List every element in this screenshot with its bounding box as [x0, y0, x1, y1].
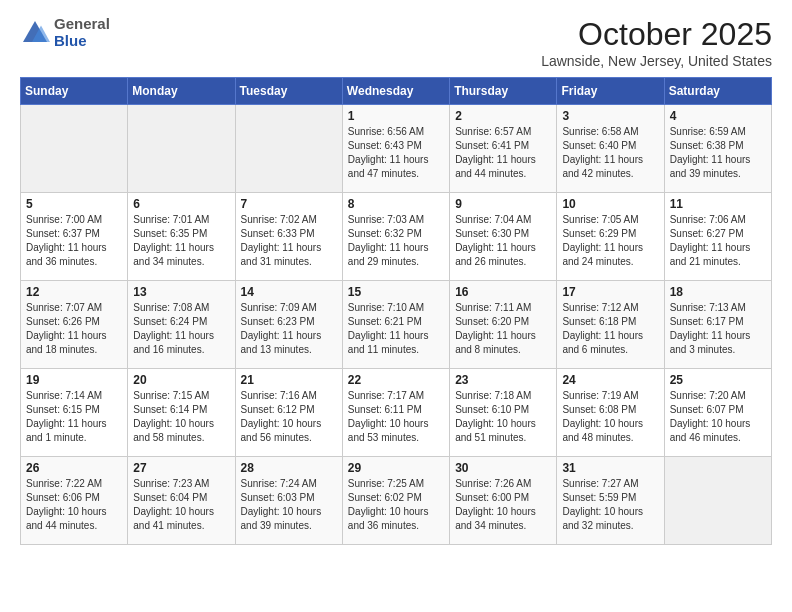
day-number: 22 — [348, 373, 444, 387]
day-number: 5 — [26, 197, 122, 211]
calendar-cell: 2Sunrise: 6:57 AM Sunset: 6:41 PM Daylig… — [450, 105, 557, 193]
calendar-cell: 28Sunrise: 7:24 AM Sunset: 6:03 PM Dayli… — [235, 457, 342, 545]
weekday-header-thursday: Thursday — [450, 78, 557, 105]
day-info: Sunrise: 7:08 AM Sunset: 6:24 PM Dayligh… — [133, 301, 229, 357]
day-info: Sunrise: 7:04 AM Sunset: 6:30 PM Dayligh… — [455, 213, 551, 269]
day-info: Sunrise: 7:01 AM Sunset: 6:35 PM Dayligh… — [133, 213, 229, 269]
day-number: 9 — [455, 197, 551, 211]
logo-text: General Blue — [54, 16, 110, 49]
calendar-cell: 10Sunrise: 7:05 AM Sunset: 6:29 PM Dayli… — [557, 193, 664, 281]
day-number: 6 — [133, 197, 229, 211]
week-row-1: 1Sunrise: 6:56 AM Sunset: 6:43 PM Daylig… — [21, 105, 772, 193]
calendar-cell: 23Sunrise: 7:18 AM Sunset: 6:10 PM Dayli… — [450, 369, 557, 457]
calendar-cell: 5Sunrise: 7:00 AM Sunset: 6:37 PM Daylig… — [21, 193, 128, 281]
calendar-cell: 1Sunrise: 6:56 AM Sunset: 6:43 PM Daylig… — [342, 105, 449, 193]
day-number: 7 — [241, 197, 337, 211]
calendar-cell: 21Sunrise: 7:16 AM Sunset: 6:12 PM Dayli… — [235, 369, 342, 457]
day-number: 11 — [670, 197, 766, 211]
day-number: 3 — [562, 109, 658, 123]
weekday-header-monday: Monday — [128, 78, 235, 105]
day-number: 15 — [348, 285, 444, 299]
logo-general: General — [54, 16, 110, 33]
calendar-cell: 3Sunrise: 6:58 AM Sunset: 6:40 PM Daylig… — [557, 105, 664, 193]
title-block: October 2025 Lawnside, New Jersey, Unite… — [541, 16, 772, 69]
logo-blue: Blue — [54, 33, 110, 50]
weekday-header-row: SundayMondayTuesdayWednesdayThursdayFrid… — [21, 78, 772, 105]
calendar-cell — [664, 457, 771, 545]
day-number: 1 — [348, 109, 444, 123]
week-row-5: 26Sunrise: 7:22 AM Sunset: 6:06 PM Dayli… — [21, 457, 772, 545]
day-number: 17 — [562, 285, 658, 299]
day-info: Sunrise: 7:17 AM Sunset: 6:11 PM Dayligh… — [348, 389, 444, 445]
calendar-cell: 14Sunrise: 7:09 AM Sunset: 6:23 PM Dayli… — [235, 281, 342, 369]
day-info: Sunrise: 6:57 AM Sunset: 6:41 PM Dayligh… — [455, 125, 551, 181]
day-number: 24 — [562, 373, 658, 387]
calendar-cell: 13Sunrise: 7:08 AM Sunset: 6:24 PM Dayli… — [128, 281, 235, 369]
day-info: Sunrise: 7:15 AM Sunset: 6:14 PM Dayligh… — [133, 389, 229, 445]
day-info: Sunrise: 7:09 AM Sunset: 6:23 PM Dayligh… — [241, 301, 337, 357]
week-row-3: 12Sunrise: 7:07 AM Sunset: 6:26 PM Dayli… — [21, 281, 772, 369]
day-number: 21 — [241, 373, 337, 387]
day-info: Sunrise: 6:56 AM Sunset: 6:43 PM Dayligh… — [348, 125, 444, 181]
calendar-cell: 24Sunrise: 7:19 AM Sunset: 6:08 PM Dayli… — [557, 369, 664, 457]
calendar-cell — [128, 105, 235, 193]
day-info: Sunrise: 7:14 AM Sunset: 6:15 PM Dayligh… — [26, 389, 122, 445]
day-info: Sunrise: 7:22 AM Sunset: 6:06 PM Dayligh… — [26, 477, 122, 533]
weekday-header-saturday: Saturday — [664, 78, 771, 105]
calendar-cell: 7Sunrise: 7:02 AM Sunset: 6:33 PM Daylig… — [235, 193, 342, 281]
page-header: General Blue October 2025 Lawnside, New … — [20, 16, 772, 69]
day-number: 25 — [670, 373, 766, 387]
day-info: Sunrise: 7:19 AM Sunset: 6:08 PM Dayligh… — [562, 389, 658, 445]
day-info: Sunrise: 6:58 AM Sunset: 6:40 PM Dayligh… — [562, 125, 658, 181]
day-info: Sunrise: 7:02 AM Sunset: 6:33 PM Dayligh… — [241, 213, 337, 269]
calendar-cell: 31Sunrise: 7:27 AM Sunset: 5:59 PM Dayli… — [557, 457, 664, 545]
day-info: Sunrise: 7:11 AM Sunset: 6:20 PM Dayligh… — [455, 301, 551, 357]
weekday-header-sunday: Sunday — [21, 78, 128, 105]
day-info: Sunrise: 7:18 AM Sunset: 6:10 PM Dayligh… — [455, 389, 551, 445]
calendar-cell: 27Sunrise: 7:23 AM Sunset: 6:04 PM Dayli… — [128, 457, 235, 545]
day-number: 8 — [348, 197, 444, 211]
day-info: Sunrise: 7:26 AM Sunset: 6:00 PM Dayligh… — [455, 477, 551, 533]
day-number: 2 — [455, 109, 551, 123]
calendar-cell: 11Sunrise: 7:06 AM Sunset: 6:27 PM Dayli… — [664, 193, 771, 281]
day-info: Sunrise: 7:27 AM Sunset: 5:59 PM Dayligh… — [562, 477, 658, 533]
day-number: 13 — [133, 285, 229, 299]
day-number: 23 — [455, 373, 551, 387]
calendar-cell: 6Sunrise: 7:01 AM Sunset: 6:35 PM Daylig… — [128, 193, 235, 281]
day-number: 26 — [26, 461, 122, 475]
day-info: Sunrise: 7:25 AM Sunset: 6:02 PM Dayligh… — [348, 477, 444, 533]
day-info: Sunrise: 7:16 AM Sunset: 6:12 PM Dayligh… — [241, 389, 337, 445]
calendar-cell — [235, 105, 342, 193]
day-number: 27 — [133, 461, 229, 475]
day-number: 14 — [241, 285, 337, 299]
day-info: Sunrise: 7:07 AM Sunset: 6:26 PM Dayligh… — [26, 301, 122, 357]
month-title: October 2025 — [541, 16, 772, 53]
day-number: 4 — [670, 109, 766, 123]
day-number: 31 — [562, 461, 658, 475]
day-number: 16 — [455, 285, 551, 299]
day-info: Sunrise: 7:03 AM Sunset: 6:32 PM Dayligh… — [348, 213, 444, 269]
week-row-4: 19Sunrise: 7:14 AM Sunset: 6:15 PM Dayli… — [21, 369, 772, 457]
day-info: Sunrise: 7:06 AM Sunset: 6:27 PM Dayligh… — [670, 213, 766, 269]
day-info: Sunrise: 7:10 AM Sunset: 6:21 PM Dayligh… — [348, 301, 444, 357]
day-number: 30 — [455, 461, 551, 475]
calendar-cell: 19Sunrise: 7:14 AM Sunset: 6:15 PM Dayli… — [21, 369, 128, 457]
calendar-cell: 15Sunrise: 7:10 AM Sunset: 6:21 PM Dayli… — [342, 281, 449, 369]
location: Lawnside, New Jersey, United States — [541, 53, 772, 69]
calendar-cell: 16Sunrise: 7:11 AM Sunset: 6:20 PM Dayli… — [450, 281, 557, 369]
calendar-cell: 8Sunrise: 7:03 AM Sunset: 6:32 PM Daylig… — [342, 193, 449, 281]
calendar-cell: 17Sunrise: 7:12 AM Sunset: 6:18 PM Dayli… — [557, 281, 664, 369]
calendar-cell: 22Sunrise: 7:17 AM Sunset: 6:11 PM Dayli… — [342, 369, 449, 457]
day-info: Sunrise: 7:20 AM Sunset: 6:07 PM Dayligh… — [670, 389, 766, 445]
calendar-cell: 9Sunrise: 7:04 AM Sunset: 6:30 PM Daylig… — [450, 193, 557, 281]
logo: General Blue — [20, 16, 110, 49]
calendar-cell: 29Sunrise: 7:25 AM Sunset: 6:02 PM Dayli… — [342, 457, 449, 545]
day-number: 18 — [670, 285, 766, 299]
weekday-header-wednesday: Wednesday — [342, 78, 449, 105]
day-number: 20 — [133, 373, 229, 387]
day-number: 29 — [348, 461, 444, 475]
day-number: 19 — [26, 373, 122, 387]
week-row-2: 5Sunrise: 7:00 AM Sunset: 6:37 PM Daylig… — [21, 193, 772, 281]
day-info: Sunrise: 7:23 AM Sunset: 6:04 PM Dayligh… — [133, 477, 229, 533]
calendar-cell: 25Sunrise: 7:20 AM Sunset: 6:07 PM Dayli… — [664, 369, 771, 457]
